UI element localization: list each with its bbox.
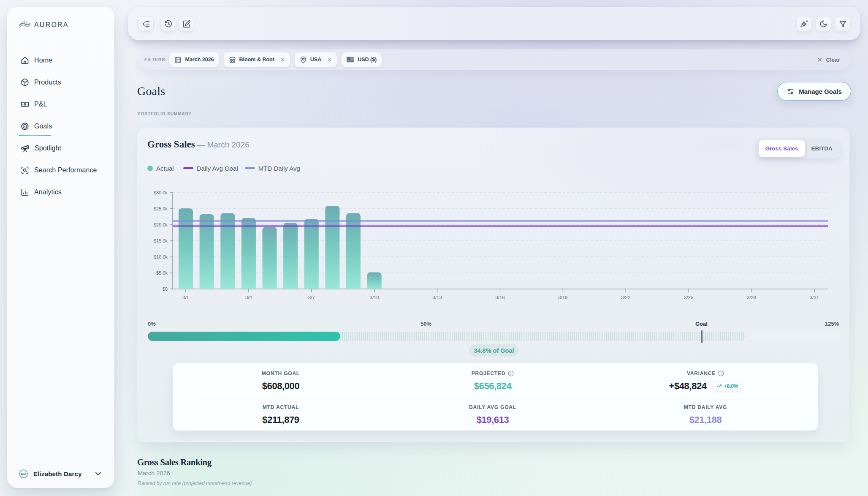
svg-text:3/16: 3/16 xyxy=(495,295,505,300)
svg-text:$5.0k: $5.0k xyxy=(156,270,168,275)
svg-text:3/22: 3/22 xyxy=(621,295,630,300)
svg-text:3/28: 3/28 xyxy=(747,295,756,300)
svg-text:3/31: 3/31 xyxy=(810,295,819,300)
svg-text:3/19: 3/19 xyxy=(558,295,567,300)
svg-text:3/1: 3/1 xyxy=(182,295,189,300)
svg-text:3/13: 3/13 xyxy=(432,295,442,300)
svg-text:$15.0k: $15.0k xyxy=(154,238,168,243)
svg-text:$25.0k: $25.0k xyxy=(154,206,168,211)
svg-text:$10.0k: $10.0k xyxy=(154,254,168,259)
svg-text:$0: $0 xyxy=(163,286,168,292)
svg-text:3/7: 3/7 xyxy=(308,295,315,300)
svg-text:$20.0k: $20.0k xyxy=(154,222,168,227)
svg-text:3/4: 3/4 xyxy=(245,295,252,300)
svg-text:3/10: 3/10 xyxy=(370,295,379,300)
svg-text:3/25: 3/25 xyxy=(684,295,693,300)
svg-text:$30.0k: $30.0k xyxy=(154,190,168,195)
